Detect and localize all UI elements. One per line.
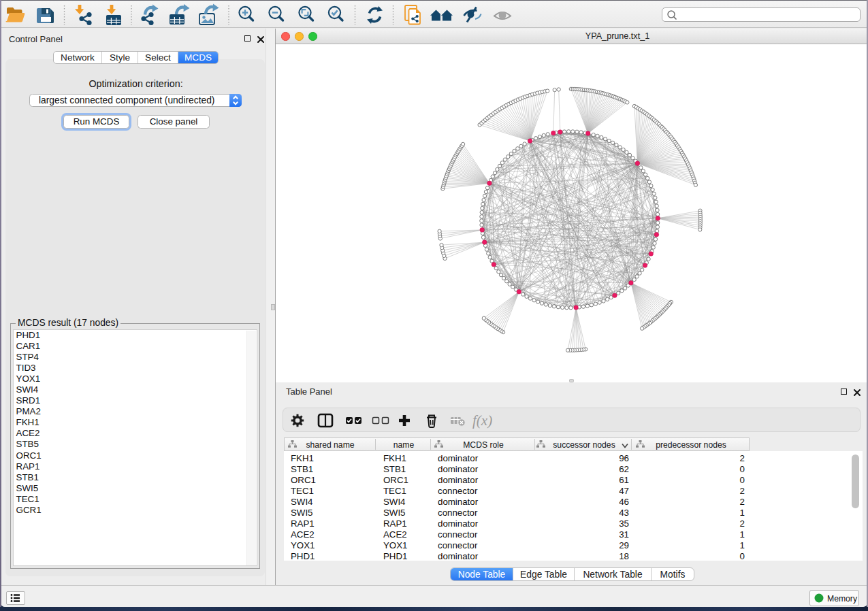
svg-text:f(x): f(x) [472, 412, 492, 429]
